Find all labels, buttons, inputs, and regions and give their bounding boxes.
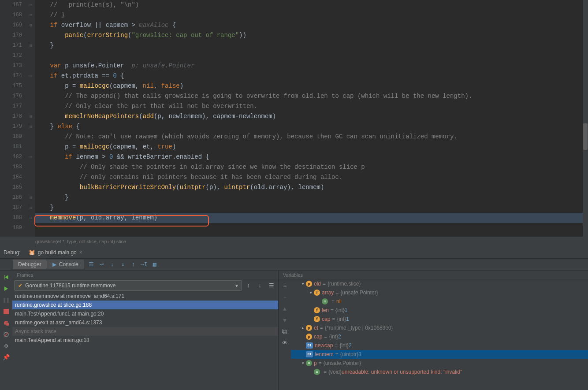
code-line[interactable]: // }: [35, 10, 588, 20]
code-line[interactable]: // Note: can't use rawmem (which avoids …: [35, 132, 588, 142]
fold-marker[interactable]: ⊟: [26, 10, 35, 20]
run-to-cursor-icon[interactable]: →I: [141, 261, 148, 268]
frame-filter-button[interactable]: ☰: [267, 281, 276, 290]
fold-marker[interactable]: ⊟: [26, 122, 35, 132]
fold-marker[interactable]: [26, 30, 35, 41]
pause-button[interactable]: ❚❚: [2, 296, 10, 304]
expand-toggle[interactable]: ▾: [308, 288, 314, 297]
next-frame-button[interactable]: ↓: [255, 281, 265, 290]
code-line[interactable]: }: [35, 193, 588, 203]
variable-row[interactable]: flen={int} 1: [291, 306, 588, 315]
threads-icon[interactable]: ☰: [88, 261, 95, 268]
fold-marker[interactable]: [26, 51, 35, 61]
settings-button[interactable]: ⚙: [2, 342, 10, 350]
frame-row[interactable]: runtime.goexit at asm_amd64.s:1373: [12, 318, 278, 327]
fold-marker[interactable]: [26, 101, 35, 111]
fold-marker[interactable]: ⊟: [26, 203, 35, 213]
variable-row[interactable]: 01lenmem={uintptr} 8: [291, 350, 588, 359]
variable-row[interactable]: ≡=nil: [291, 297, 588, 306]
code-line[interactable]: // Only clear the part that will not be …: [35, 101, 588, 111]
breadcrumb[interactable]: growslice(et *_type, old slice, cap int)…: [0, 237, 588, 247]
expand-toggle[interactable]: ▸: [300, 323, 306, 332]
fold-marker[interactable]: ⊟: [26, 193, 35, 203]
fold-marker[interactable]: [26, 81, 35, 91]
code-line[interactable]: }: [35, 41, 588, 51]
code-line[interactable]: // Only shade the pointers in old.array …: [35, 162, 588, 172]
code-editor[interactable]: 1671681691701711721731741751761771781791…: [0, 0, 588, 237]
watch-up-button[interactable]: ▲: [281, 305, 289, 313]
frame-row[interactable]: main.TestAppend at main.go:18: [12, 336, 278, 345]
code-line[interactable]: memmove(p, old.array, lenmem): [35, 213, 588, 223]
stop-button[interactable]: [2, 308, 10, 316]
code-line[interactable]: [35, 51, 588, 61]
expand-toggle[interactable]: ▾: [300, 359, 306, 368]
scrollbar-thumb[interactable]: [583, 123, 588, 150]
mute-breakpoints-button[interactable]: [2, 331, 10, 338]
fold-marker[interactable]: [26, 162, 35, 172]
watch-down-button[interactable]: ▼: [281, 316, 289, 324]
evaluate-icon[interactable]: ▦: [151, 261, 158, 268]
add-watch-button[interactable]: ＋: [281, 282, 289, 290]
code-line[interactable]: // only contains nil pointers because it…: [35, 172, 588, 182]
tab-console[interactable]: ▶ Console: [47, 260, 84, 269]
code-line[interactable]: bulkBarrierPreWriteSrcOnly(uintptr(p), u…: [35, 182, 588, 193]
variable-row[interactable]: ≡={void} unreadable: unknown or unsuppor…: [291, 368, 588, 376]
fold-marker[interactable]: ⊟: [26, 0, 35, 10]
fold-marker[interactable]: [26, 61, 35, 71]
code-area[interactable]: // print(len(s), "\n") // } if overflow …: [35, 0, 588, 237]
view-breakpoints-button[interactable]: [2, 319, 10, 327]
fold-marker[interactable]: [26, 91, 35, 101]
editor-scrollbar[interactable]: [583, 0, 588, 237]
code-line[interactable]: }: [35, 203, 588, 213]
code-line[interactable]: panic(errorString("growslice: cap out of…: [35, 30, 588, 41]
variable-row[interactable]: ▸pet={*runtime._type | 0x10683e0}: [291, 323, 588, 332]
pin-button[interactable]: 📌: [2, 353, 10, 361]
code-line[interactable]: p = mallocgc(capmem, nil, false): [35, 81, 588, 91]
variable-row[interactable]: pcap={int} 2: [291, 332, 588, 341]
fold-marker[interactable]: ⊟: [26, 213, 35, 223]
run-config-tab[interactable]: 🐹 go build main.go ×: [24, 248, 87, 257]
code-line[interactable]: var p unsafe.Pointer p: unsafe.Pointer: [35, 61, 588, 71]
step-out-icon[interactable]: ↑: [130, 261, 137, 268]
fold-marker[interactable]: [26, 223, 35, 233]
frame-row[interactable]: Async stack trace: [12, 327, 278, 336]
fold-marker[interactable]: [26, 132, 35, 142]
fold-marker[interactable]: [26, 172, 35, 182]
code-line[interactable]: // The append() that calls growslice is …: [35, 91, 588, 101]
frame-list[interactable]: runtime.memmove at memmove_amd64.s:171ru…: [12, 292, 278, 390]
rerun-button[interactable]: [2, 273, 10, 281]
resume-button[interactable]: [2, 285, 10, 293]
frame-row[interactable]: main.TestAppend.func1 at main.go:20: [12, 309, 278, 318]
fold-marker[interactable]: ⊟: [26, 20, 35, 30]
code-line[interactable]: memclrNoHeapPointers(add(p, newlenmem), …: [35, 111, 588, 122]
fold-marker[interactable]: ⊟: [26, 41, 35, 51]
watches-view-button[interactable]: 👁: [281, 339, 289, 347]
frame-row[interactable]: runtime.growslice at slice.go:188: [12, 301, 278, 309]
copy-button[interactable]: ⿻: [281, 328, 289, 336]
goroutine-combo[interactable]: ✔ Goroutine 1178615 runtime.memmove ▾: [14, 280, 242, 291]
code-line[interactable]: if et.ptrdata == 0 {: [35, 71, 588, 81]
variable-row[interactable]: ▾pold={runtime.slice}: [291, 279, 588, 288]
expand-toggle[interactable]: ▾: [300, 279, 306, 288]
fold-marker[interactable]: ⊟: [26, 111, 35, 122]
fold-marker[interactable]: [26, 142, 35, 152]
code-line[interactable]: p = mallocgc(capmem, et, true): [35, 142, 588, 152]
prev-frame-button[interactable]: ↑: [244, 281, 253, 290]
step-into-icon[interactable]: ↓: [109, 261, 116, 268]
variable-row[interactable]: ▾≡p={unsafe.Pointer}: [291, 359, 588, 368]
step-over-icon[interactable]: ⤻: [98, 261, 105, 268]
code-line[interactable]: // print(len(s), "\n"): [35, 0, 588, 10]
variable-row[interactable]: 01newcap={int} 2: [291, 341, 588, 350]
code-line[interactable]: [35, 223, 588, 233]
variable-row[interactable]: fcap={int} 1: [291, 315, 588, 323]
variables-tree[interactable]: ▾pold={runtime.slice} ▾farray={unsafe.Po…: [291, 279, 588, 390]
code-line[interactable]: if lenmem > 0 && writeBarrier.enabled {: [35, 152, 588, 162]
code-line[interactable]: } else {: [35, 122, 588, 132]
remove-watch-button[interactable]: －: [281, 293, 289, 301]
force-step-into-icon[interactable]: ⇓: [119, 261, 127, 268]
variable-row[interactable]: ▾farray={unsafe.Pointer}: [291, 288, 588, 297]
tab-debugger[interactable]: Debugger: [13, 260, 47, 269]
fold-marker[interactable]: ⊟: [26, 152, 35, 162]
fold-marker[interactable]: [26, 182, 35, 193]
frame-row[interactable]: runtime.memmove at memmove_amd64.s:171: [12, 292, 278, 301]
